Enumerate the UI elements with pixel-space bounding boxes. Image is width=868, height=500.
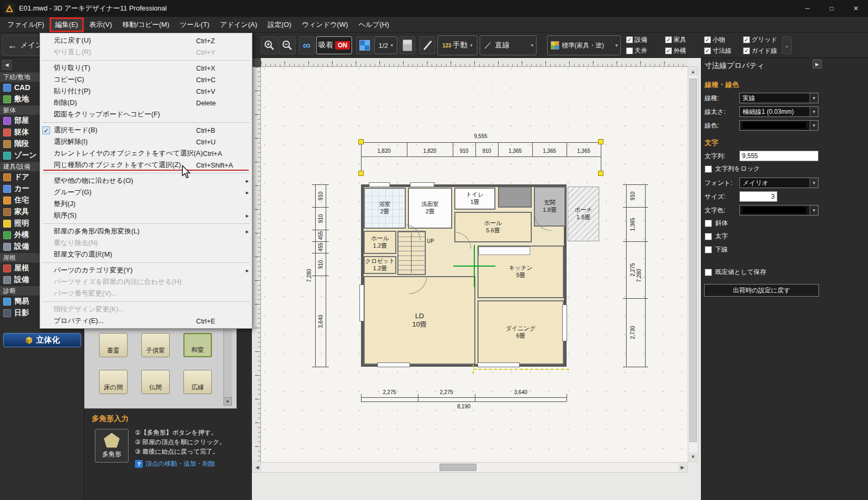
edit-menu: 元に戻す(U)Ctrl+Zやり直し(R)Ctrl+Y切り取り(T)Ctrl+Xコ… xyxy=(40,33,252,329)
edit-menu-item-3[interactable]: 切り取り(T)Ctrl+X xyxy=(40,62,252,74)
zoom-in-button[interactable] xyxy=(261,36,278,54)
checkbox-icon[interactable] xyxy=(705,220,712,227)
toolbar-overflow-button[interactable]: ⌄ xyxy=(782,36,792,54)
line-type-select[interactable]: 実線▾ xyxy=(739,93,818,103)
selection-handle[interactable] xyxy=(598,171,603,176)
panel-collapse-button[interactable]: ▶ xyxy=(813,60,822,68)
menubar-item-7[interactable]: ウィンドウ(W) xyxy=(297,18,353,32)
edit-menu-item-0[interactable]: 元に戻す(U)Ctrl+Z xyxy=(40,35,252,46)
edit-menu-item-19[interactable]: 部屋の多角形/四角形変換(L)▸ xyxy=(40,226,252,237)
horizontal-scroll-thumb[interactable] xyxy=(440,464,476,471)
line-color-select[interactable]: ▾ xyxy=(739,120,818,131)
line-mode-select[interactable]: ／ 直線 ▾ xyxy=(480,35,537,55)
part-button-0[interactable]: 書斎 xyxy=(99,333,128,357)
grid-display-button[interactable] xyxy=(356,36,373,54)
text-string-input[interactable] xyxy=(739,151,818,161)
menubar-item-6[interactable]: 設定(O) xyxy=(262,18,297,32)
italic-row[interactable]: 斜体 xyxy=(705,219,828,228)
menubar-item-1[interactable]: 編集(E) xyxy=(50,17,84,32)
layer-toggle-1[interactable]: 天井 xyxy=(626,45,663,56)
menubar-item-0[interactable]: ファイル(F) xyxy=(2,18,50,32)
maximize-button[interactable]: □ xyxy=(820,0,844,17)
checkbox-icon[interactable] xyxy=(705,269,712,276)
size-input[interactable] xyxy=(739,191,777,202)
vertical-scroll-thumb[interactable] xyxy=(689,79,697,442)
part-button-3[interactable]: 床の間 xyxy=(99,370,128,394)
edit-menu-item-15[interactable]: グループ(G)▸ xyxy=(40,187,252,198)
edit-menu-item-11[interactable]: カレントレイヤのオブジェクトをすべて選択(A)Ctrl+A xyxy=(40,148,252,159)
scroll-right-icon[interactable]: ▶ xyxy=(678,463,687,472)
edit-menu-item-5[interactable]: 貼り付け(P)Ctrl+V xyxy=(40,85,252,97)
edit-menu-item-23[interactable]: パーツのカテゴリ変更(Y)▸ xyxy=(40,264,252,276)
edit-menu-item-17[interactable]: 順序(S)▸ xyxy=(40,210,252,221)
menubar-item-2[interactable]: 表示(V) xyxy=(84,18,117,32)
edit-menu-item-14[interactable]: 壁や他の物に沿わせる(O)▸ xyxy=(40,175,252,187)
polygon-button[interactable]: 多角形 xyxy=(95,429,129,463)
reset-defaults-button[interactable]: 出荷時の設定に戻す xyxy=(704,284,819,297)
zoom-out-button[interactable] xyxy=(279,36,296,54)
scroll-left-icon[interactable]: ◀ xyxy=(253,463,261,472)
checkbox-icon[interactable] xyxy=(705,233,712,240)
menubar-item-3[interactable]: 移動/コピー(M) xyxy=(118,18,175,32)
part-button-5[interactable]: 広縁 xyxy=(183,370,212,394)
help-icon[interactable]: ? xyxy=(135,460,143,468)
layer-toggle-3[interactable]: ✓外構 xyxy=(665,45,702,56)
text-color-select[interactable]: ▾ xyxy=(739,205,818,215)
menubar-item-8[interactable]: ヘルプ(H) xyxy=(353,18,394,32)
scroll-down-icon[interactable]: ▼ xyxy=(223,397,232,406)
layer-toggle-0[interactable]: ✓設備 xyxy=(626,34,663,45)
layer-toggle-7[interactable]: ✓ガイド線 xyxy=(743,45,780,56)
edit-menu-item-1[interactable]: やり直し(R)Ctrl+Y xyxy=(40,46,252,58)
solidify-button[interactable]: 立体化 xyxy=(3,333,81,347)
vertical-scrollbar[interactable]: ▲ ▼ xyxy=(688,66,698,462)
style-select[interactable]: 標準(家具・塗) ▾ xyxy=(547,35,621,55)
part-button-4[interactable]: 仏間 xyxy=(141,370,170,394)
scroll-up-icon[interactable]: ▲ xyxy=(689,67,697,76)
selection-handle[interactable] xyxy=(358,171,364,176)
layer-toggle-2[interactable]: ✓家具 xyxy=(665,34,702,45)
lock-text-row[interactable]: 文字列をロック xyxy=(705,164,828,173)
edit-menu-item-6[interactable]: 削除(D)Delete xyxy=(40,97,252,109)
dimension-line xyxy=(532,142,533,156)
snap-toggle-button[interactable]: 吸着 ON xyxy=(316,36,352,54)
edit-menu-item-7[interactable]: 図面をクリップボードへコピー(F) xyxy=(40,109,252,120)
edit-menu-item-9[interactable]: ✓選択モード(B)Ctrl+B xyxy=(40,124,252,136)
close-button[interactable]: ✕ xyxy=(844,0,868,17)
vertex-help-link[interactable]: 頂点の移動・追加・削除 xyxy=(145,459,215,468)
measure-button[interactable] xyxy=(420,36,435,54)
edit-menu-item-16[interactable]: 整列(J) xyxy=(40,198,252,210)
edit-menu-item-28[interactable]: プロパティ(E)...Ctrl+E xyxy=(40,315,252,327)
minimize-button[interactable]: ─ xyxy=(795,0,820,17)
edit-menu-item-27[interactable]: 階段デザイン変更(K)... xyxy=(40,303,252,315)
horizontal-scrollbar[interactable]: ◀ ▶ xyxy=(252,462,688,473)
calculator-button[interactable] xyxy=(399,36,415,54)
checkbox-icon[interactable] xyxy=(705,165,712,173)
bold-row[interactable]: 太字 xyxy=(705,232,828,241)
input-mode-select[interactable]: 123 手動▾ xyxy=(437,35,477,55)
menubar-item-4[interactable]: ツール(T) xyxy=(174,18,214,32)
pan-button[interactable]: ∞ xyxy=(299,36,315,54)
save-default-row[interactable]: 既定値として保存 xyxy=(705,268,828,277)
layer-toggle-6[interactable]: ✓グリッド xyxy=(743,34,780,45)
part-button-2[interactable]: 和室 xyxy=(183,333,212,357)
layer-toggle-4[interactable]: ✓小物 xyxy=(704,34,741,45)
scroll-down-icon[interactable]: ▼ xyxy=(689,453,697,461)
edit-menu-item-12[interactable]: 同じ種類のオブジェクトをすべて選択(Z)Ctrl+Shift+A xyxy=(40,159,252,171)
menubar-item-5[interactable]: アドイン(A) xyxy=(214,18,262,32)
line-width-select[interactable]: 極細線1 (0.03mm)▾ xyxy=(739,106,818,117)
edit-menu-item-21[interactable]: 部屋文字の選択(M) xyxy=(40,249,252,260)
font-select[interactable]: メイリオ▾ xyxy=(739,178,818,188)
edit-menu-item-24[interactable]: パーツサイズを部屋の内法に合わせる(H) xyxy=(40,276,252,288)
selection-handle[interactable] xyxy=(358,139,364,144)
underline-row[interactable]: 下線 xyxy=(705,245,828,254)
edit-menu-item-4[interactable]: コピー(C)Ctrl+C xyxy=(40,74,252,85)
checkbox-icon[interactable] xyxy=(705,246,712,253)
edit-menu-item-20[interactable]: 重なり除去(N) xyxy=(40,237,252,249)
part-button-1[interactable]: 子供室 xyxy=(141,333,170,357)
edit-menu-item-10[interactable]: 選択解除(I)Ctrl+U xyxy=(40,136,252,148)
selection-handle[interactable] xyxy=(598,139,603,144)
edit-menu-item-25[interactable]: パーツ番号変更(V)... xyxy=(40,288,252,299)
layer-toggle-5[interactable]: ✓寸法線 xyxy=(704,45,741,56)
grid-scale-select[interactable]: 1/2▾ xyxy=(374,36,397,54)
sidebar-collapse-button[interactable]: ◀ xyxy=(2,60,12,70)
